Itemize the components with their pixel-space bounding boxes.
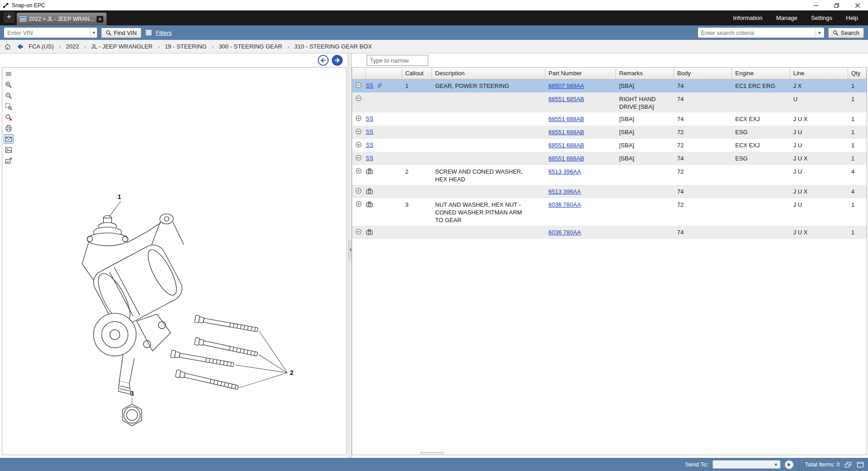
- camera-icon[interactable]: [366, 168, 373, 175]
- part-number-link[interactable]: 68507 569AA: [548, 83, 584, 89]
- zoom-reset-icon[interactable]: [4, 112, 14, 122]
- column-header-line[interactable]: Line: [790, 68, 848, 79]
- home-icon[interactable]: [4, 43, 11, 50]
- camera-icon[interactable]: [366, 201, 373, 208]
- expand-icon[interactable]: [355, 128, 362, 135]
- tab-close-icon[interactable]: ×: [97, 16, 103, 23]
- table-row[interactable]: SS 1 GEAR, POWER STEERING 68507 569AA [S…: [352, 79, 867, 92]
- dropdown-arrow-icon[interactable]: ▾: [90, 28, 97, 38]
- part-number-link[interactable]: 68551 688AB: [548, 129, 584, 136]
- part-number-link[interactable]: 6513 396AA: [548, 188, 581, 195]
- panel-splitter[interactable]: [348, 53, 352, 458]
- table-row[interactable]: 6513 396AA 74 J U X 4: [352, 185, 867, 198]
- diagram-callout-2[interactable]: 2: [290, 369, 294, 376]
- find-vin-button[interactable]: Find VIN: [101, 28, 141, 38]
- column-header-callout[interactable]: Callout: [402, 68, 432, 79]
- breadcrumb-item-model[interactable]: JL - JEEP WRANGLER: [91, 43, 153, 50]
- column-header-remarks[interactable]: Remarks: [616, 68, 674, 79]
- diagram-callout-1[interactable]: 1: [117, 193, 121, 200]
- search-button[interactable]: Search: [828, 28, 864, 38]
- table-row[interactable]: SS 68551 688AB [SBA] 74 ECX EXJ J U X 1: [352, 112, 867, 126]
- expand-icon[interactable]: [355, 141, 362, 148]
- breadcrumb-item-subgroup[interactable]: 300 - STEERING GEAR: [219, 43, 282, 50]
- restore-button[interactable]: [826, 0, 847, 10]
- dock-window-icon[interactable]: [856, 461, 864, 468]
- breadcrumb-item-year[interactable]: 2022: [66, 43, 79, 50]
- tab-jeep-wrangler[interactable]: 2022 > JL - JEEP WRAN... ×: [17, 13, 107, 25]
- vin-combobox[interactable]: ▾: [4, 28, 97, 38]
- ss-link[interactable]: SS: [366, 142, 373, 148]
- collapse-panel-handle[interactable]: [348, 239, 351, 260]
- scrollbar-grip[interactable]: [420, 452, 444, 454]
- breadcrumb-item-section[interactable]: 310 - STEERING GEAR BOX: [294, 43, 372, 50]
- search-criteria-combobox[interactable]: ▾: [698, 28, 824, 38]
- expand-icon[interactable]: [355, 228, 362, 235]
- part-number-link[interactable]: 68551 688AB: [548, 116, 584, 122]
- menu-information[interactable]: Information: [733, 15, 762, 21]
- table-row[interactable]: SS 68551 688AB [SBA] 74 ESG J U X 1: [352, 152, 867, 165]
- back-icon[interactable]: [16, 43, 24, 50]
- breadcrumb-item-group[interactable]: 19 - STEERING: [165, 43, 206, 50]
- ss-link[interactable]: SS: [366, 129, 373, 135]
- export-image-icon[interactable]: [4, 156, 14, 165]
- expand-icon[interactable]: [355, 188, 362, 194]
- diagram-callout-3[interactable]: 3: [130, 390, 134, 397]
- email-icon[interactable]: [4, 134, 14, 144]
- float-window-icon[interactable]: [844, 461, 852, 468]
- filters-checkbox[interactable]: [145, 29, 152, 36]
- column-header-qty[interactable]: Qty: [848, 68, 867, 79]
- ss-link[interactable]: SS: [366, 155, 373, 161]
- menu-manage[interactable]: Manage: [776, 15, 797, 21]
- expand-icon[interactable]: [355, 95, 362, 102]
- column-header-description[interactable]: Description: [432, 68, 545, 79]
- table-row[interactable]: 68551 685AB RIGHT HAND DRIVE [SBA] 74 U …: [352, 92, 867, 112]
- vin-input[interactable]: [4, 29, 90, 36]
- menu-settings[interactable]: Settings: [811, 15, 832, 21]
- column-header-engine[interactable]: Engine: [732, 68, 790, 79]
- paperclip-icon[interactable]: [376, 83, 383, 89]
- column-header-body[interactable]: Body: [674, 68, 732, 79]
- table-row[interactable]: 6036 780AA 74 J U X 1: [352, 226, 867, 239]
- type-to-narrow-input[interactable]: [367, 55, 428, 66]
- menu-help[interactable]: Help: [846, 15, 858, 21]
- ss-link[interactable]: SS: [366, 83, 373, 89]
- expand-icon[interactable]: [355, 155, 362, 161]
- print-icon[interactable]: [4, 123, 14, 133]
- column-header-part[interactable]: Part Number: [545, 68, 616, 79]
- horizontal-scrollbar[interactable]: [352, 451, 867, 455]
- expand-icon[interactable]: [355, 201, 362, 207]
- part-number-link[interactable]: 68551 688AB: [548, 155, 584, 162]
- expand-icon[interactable]: [355, 115, 362, 121]
- part-number-link[interactable]: 68551 688AB: [548, 142, 584, 149]
- table-row[interactable]: SS 68551 688AB [SBA] 72 ECX EXJ J U 1: [352, 139, 867, 152]
- camera-icon[interactable]: [366, 188, 373, 194]
- part-number-link[interactable]: 6036 780AA: [548, 201, 581, 208]
- drag-handle-icon[interactable]: [4, 69, 14, 78]
- part-number-link[interactable]: 6036 780AA: [548, 229, 581, 236]
- send-button[interactable]: [785, 460, 794, 469]
- camera-icon[interactable]: [366, 229, 373, 235]
- close-button[interactable]: [847, 0, 868, 10]
- previous-diagram-button[interactable]: [318, 55, 329, 66]
- ss-link[interactable]: SS: [366, 116, 373, 122]
- image-icon[interactable]: [4, 145, 14, 155]
- part-number-link[interactable]: 6513 396AA: [548, 168, 581, 175]
- parts-diagram[interactable]: 1 2 3: [2, 67, 347, 455]
- table-row[interactable]: 3 NUT AND WASHER, HEX NUT - CONED WASHER…: [352, 198, 867, 226]
- next-diagram-button[interactable]: [332, 55, 343, 66]
- dropdown-arrow-icon[interactable]: ▾: [815, 28, 824, 38]
- zoom-in-icon[interactable]: [4, 80, 14, 89]
- zoom-out-icon[interactable]: [4, 91, 14, 100]
- new-tab-button[interactable]: +: [4, 12, 15, 23]
- breadcrumb-item-catalog[interactable]: FCA (US): [29, 43, 54, 50]
- expand-icon[interactable]: [355, 82, 362, 88]
- minimize-button[interactable]: [805, 0, 826, 10]
- zoom-window-icon[interactable]: [4, 102, 14, 111]
- search-criteria-input[interactable]: [698, 29, 815, 36]
- expand-icon[interactable]: [355, 168, 362, 174]
- table-row[interactable]: 2 SCREW AND CONED WASHER, HEX HEAD 6513 …: [352, 165, 867, 185]
- send-to-dropdown[interactable]: ▾: [713, 460, 781, 469]
- table-row[interactable]: SS 68551 688AB [SBA] 72 ESG J U 1: [352, 126, 867, 139]
- filters-link[interactable]: Filters: [156, 29, 172, 36]
- part-number-link[interactable]: 68551 685AB: [548, 96, 584, 102]
